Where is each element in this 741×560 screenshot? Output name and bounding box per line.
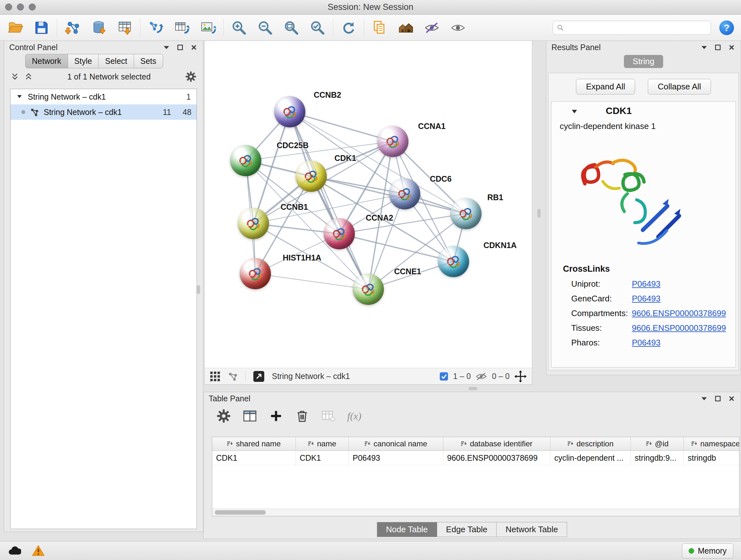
tree-caret-icon[interactable] — [16, 94, 23, 100]
network-edge[interactable] — [290, 112, 368, 289]
network-node-CCNE1[interactable] — [353, 273, 384, 305]
table-cell[interactable]: cyclin-dependent ... — [550, 451, 631, 465]
network-node-CDC25B[interactable] — [230, 145, 261, 176]
column-header-canonical-name[interactable]: canonical name — [349, 437, 443, 450]
table-options-gear-icon[interactable] — [216, 409, 231, 423]
table-cell[interactable]: P06493 — [349, 451, 443, 465]
scrollbar-thumb[interactable] — [215, 510, 266, 515]
expand-all-icon[interactable] — [10, 72, 19, 81]
network-edge[interactable] — [255, 273, 368, 289]
hide-eye-icon[interactable] — [423, 19, 440, 36]
network-node-HIST1H1A[interactable] — [240, 258, 271, 289]
column-header-namespace[interactable]: namespace — [684, 437, 739, 450]
float-panel-icon[interactable] — [714, 395, 722, 402]
memory-button[interactable]: Memory — [682, 543, 733, 558]
expand-all-button[interactable]: Expand All — [576, 79, 635, 95]
zoom-out-icon[interactable] — [257, 19, 273, 36]
network-collection-row[interactable]: String Network – cdk1 1 — [10, 89, 197, 105]
crosslink-link[interactable]: P06493 — [632, 338, 661, 348]
vertical-splitter-right[interactable] — [537, 209, 541, 218]
tab-node-table[interactable]: Node Table — [377, 522, 437, 537]
search-input[interactable] — [566, 23, 707, 33]
import-database-icon[interactable] — [90, 19, 107, 36]
horizontal-splitter[interactable] — [468, 387, 477, 390]
crosslink-link[interactable]: 9606.ENSP00000378699 — [632, 323, 726, 333]
column-header--id[interactable]: @id — [631, 437, 684, 450]
table-cell[interactable]: CDK1 — [212, 451, 296, 465]
network-node-CCNA1[interactable] — [377, 126, 408, 157]
collapse-panel-icon[interactable] — [700, 395, 708, 402]
close-panel-icon[interactable] — [728, 395, 736, 402]
tab-edge-table[interactable]: Edge Table — [437, 522, 497, 537]
help-icon[interactable]: ? — [719, 20, 734, 35]
table-cell[interactable]: stringdb:9... — [631, 451, 684, 465]
cloud-icon[interactable] — [8, 546, 21, 556]
float-panel-icon[interactable] — [176, 44, 184, 51]
zoom-in-icon[interactable] — [231, 19, 247, 36]
show-eye-icon[interactable] — [450, 19, 466, 36]
network-canvas[interactable]: CCNB2CCNA1CDC25BCDK1CDC6RB1CCNB1CCNA2CDK… — [205, 41, 532, 368]
tab-select[interactable]: Select — [98, 54, 134, 68]
tab-style[interactable]: Style — [68, 54, 99, 68]
column-header-name[interactable]: name — [296, 437, 349, 450]
network-node-CCNB1[interactable] — [238, 208, 269, 239]
network-node-CCNA2[interactable] — [324, 218, 355, 249]
network-node-RB1[interactable] — [450, 198, 482, 229]
collapse-all-button[interactable]: Collapse All — [648, 79, 711, 95]
table-cell[interactable]: CDK1 — [296, 451, 349, 465]
selected-checkbox-icon[interactable] — [439, 372, 449, 381]
home-icon[interactable] — [397, 19, 414, 36]
tab-sets[interactable]: Sets — [134, 54, 163, 68]
column-header-shared-name[interactable]: shared name — [212, 437, 296, 450]
network-overview-icon[interactable] — [227, 371, 239, 382]
export-network-icon[interactable] — [147, 19, 164, 36]
show-columns-icon[interactable] — [243, 409, 257, 423]
close-panel-icon[interactable] — [728, 44, 736, 51]
crosslink-link[interactable]: 9606.ENSP00000378699 — [632, 308, 726, 318]
gene-description: cyclin-dependent kinase 1 — [551, 121, 736, 131]
card-caret-icon[interactable] — [570, 108, 578, 116]
network-row-selected[interactable]: String Network – cdk1 11 48 — [10, 105, 197, 120]
vertical-splitter-left[interactable] — [197, 285, 200, 294]
collapse-panel-icon[interactable] — [162, 44, 171, 51]
table-cell[interactable]: stringdb — [684, 451, 739, 465]
create-column-plus-icon[interactable] — [269, 409, 283, 423]
hidden-eye-slash-icon[interactable] — [475, 370, 487, 382]
network-node-CDC6[interactable] — [389, 178, 420, 209]
export-table-icon[interactable] — [174, 19, 190, 36]
zoom-fit-icon[interactable] — [283, 19, 300, 36]
tab-string[interactable]: String — [624, 55, 664, 68]
crosslink-link[interactable]: P06493 — [632, 294, 661, 304]
table-cell[interactable]: 9606.ENSP00000378699 — [443, 451, 550, 465]
zoom-selected-icon[interactable] — [309, 19, 326, 36]
table-row[interactable]: CDK1CDK1P064939606.ENSP00000378699cyclin… — [212, 451, 739, 465]
collapse-all-icon[interactable] — [24, 72, 33, 81]
network-node-CCNB2[interactable] — [274, 96, 306, 127]
tab-network-table[interactable]: Network Table — [496, 522, 567, 537]
float-panel-icon[interactable] — [714, 44, 722, 51]
column-header-description[interactable]: description — [550, 437, 631, 450]
detach-view-icon[interactable] — [253, 370, 265, 382]
network-node-CDK1[interactable] — [295, 161, 327, 192]
import-network-icon[interactable] — [64, 19, 81, 36]
gear-icon[interactable] — [185, 71, 197, 82]
network-edge[interactable] — [290, 112, 393, 141]
pan-crosshair-icon[interactable] — [514, 370, 527, 383]
grid-view-icon[interactable] — [210, 371, 220, 382]
network-node-CDKN1A[interactable] — [438, 246, 469, 277]
search-box[interactable] — [553, 21, 711, 35]
close-panel-icon[interactable] — [190, 44, 198, 51]
crosslink-link[interactable]: P06493 — [632, 279, 661, 289]
tab-network[interactable]: Network — [25, 54, 68, 68]
save-session-icon[interactable] — [33, 19, 50, 36]
column-header-database-identifier[interactable]: database identifier — [443, 437, 550, 450]
horizontal-scrollbar[interactable] — [212, 509, 739, 516]
open-session-icon[interactable] — [7, 19, 23, 36]
collapse-panel-icon[interactable] — [700, 44, 708, 51]
refresh-icon[interactable] — [340, 19, 357, 36]
delete-column-trash-icon[interactable] — [295, 409, 310, 423]
import-table-icon[interactable] — [117, 19, 133, 36]
copy-document-icon[interactable] — [371, 19, 388, 36]
export-image-icon[interactable] — [200, 19, 216, 36]
warning-icon[interactable] — [32, 545, 45, 557]
